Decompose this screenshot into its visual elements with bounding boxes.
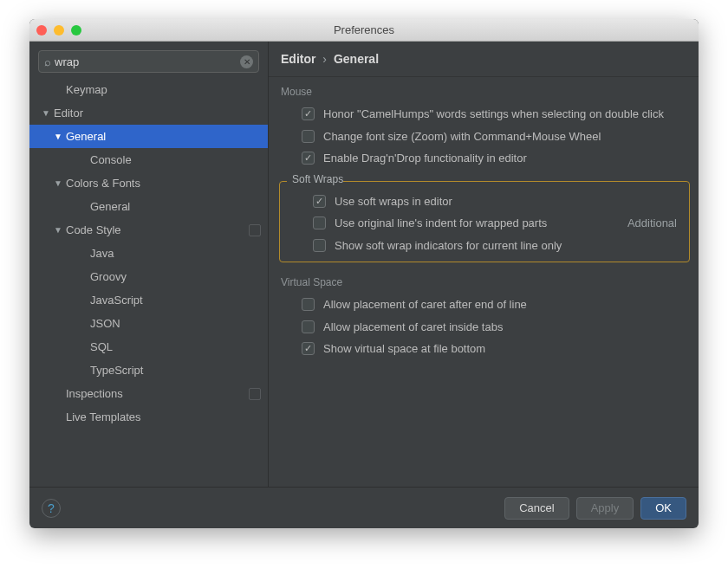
checkbox[interactable] (302, 342, 315, 355)
chevron-down-icon: ▼ (54, 132, 62, 141)
tree-node-label: Live Templates (66, 410, 140, 423)
tree-node-label: Code Style (66, 223, 121, 236)
tree-node[interactable]: Inspections (29, 382, 268, 405)
scheme-badge-icon (249, 224, 261, 236)
window-title: Preferences (29, 23, 699, 36)
tree-node[interactable]: SQL (29, 335, 268, 359)
option-label: Allow placement of caret after end of li… (323, 297, 527, 313)
option-label: Allow placement of caret inside tabs (323, 320, 503, 335)
close-icon[interactable] (36, 25, 47, 36)
chevron-down-icon: ▼ (54, 225, 62, 235)
chevron-down-icon: ▼ (54, 178, 62, 188)
checkbox[interactable] (302, 320, 315, 333)
tree-node-label: General (90, 200, 130, 213)
checkbox[interactable] (302, 130, 315, 143)
tree-node-label: Java (90, 247, 114, 260)
option-row[interactable]: Use original line's indent for wrapped p… (280, 212, 689, 235)
apply-button[interactable]: Apply (576, 497, 634, 520)
section-title: Soft Wraps (287, 173, 343, 191)
search-icon: ⌕ (44, 55, 51, 68)
checkbox[interactable] (302, 107, 315, 120)
tree-node[interactable]: TypeScript (29, 359, 268, 382)
option-row[interactable]: Allow placement of caret inside tabs (269, 316, 699, 339)
tree-node-label: JavaScript (90, 294, 143, 307)
tree-node-label: Colors & Fonts (66, 177, 140, 190)
option-row[interactable]: Use soft wraps in editor (280, 191, 689, 213)
section-title: Virtual Space (269, 268, 342, 294)
option-label: Change font size (Zoom) with Command+Mou… (323, 129, 601, 145)
preferences-window: Preferences ⌕ ✕ Keymap▼Editor▼GeneralCon… (29, 19, 699, 528)
option-row[interactable]: Change font size (Zoom) with Command+Mou… (269, 126, 699, 148)
search-field[interactable]: ⌕ ✕ (38, 50, 259, 73)
tree-node[interactable]: Keymap (29, 78, 268, 101)
option-row[interactable]: Show soft wrap indicators for current li… (280, 235, 689, 257)
option-extra: Additional (615, 216, 677, 231)
ok-button[interactable]: OK (640, 497, 686, 520)
cancel-button[interactable]: Cancel (504, 497, 569, 520)
option-label: Use original line's indent for wrapped p… (335, 216, 547, 231)
checkbox[interactable] (313, 195, 326, 208)
option-label: Show soft wrap indicators for current li… (335, 238, 562, 254)
checkbox[interactable] (313, 216, 326, 229)
settings-panel: Mouse Honor "CamelHumps" words settings … (269, 77, 699, 487)
clear-search-icon[interactable]: ✕ (240, 55, 253, 68)
tree-node[interactable]: General (29, 195, 268, 218)
tree-node[interactable]: ▼Editor (29, 101, 268, 125)
tree-node[interactable]: ▼General (29, 125, 268, 148)
tree-node-label: TypeScript (90, 364, 143, 377)
checkbox[interactable] (302, 152, 315, 165)
breadcrumb: Editor › General (269, 42, 699, 77)
tree-node[interactable]: ▼Colors & Fonts (29, 171, 268, 195)
tree-node-label: JSON (90, 317, 120, 330)
mouse-section: Mouse Honor "CamelHumps" words settings … (269, 77, 699, 170)
tree-node-label: Inspections (66, 387, 123, 400)
tree-node[interactable]: Groovy (29, 265, 268, 288)
section-title: Mouse (269, 77, 312, 103)
content-area: Editor › General Mouse Honor "CamelHumps… (269, 42, 699, 487)
tree-node-label: Keymap (66, 83, 107, 96)
tree-node[interactable]: Console (29, 148, 268, 171)
search-container: ⌕ ✕ (29, 42, 268, 78)
chevron-right-icon: › (322, 52, 327, 66)
tree-node-label: Groovy (90, 270, 127, 283)
tree-node[interactable]: Live Templates (29, 405, 268, 429)
option-row[interactable]: Allow placement of caret after end of li… (269, 294, 699, 316)
option-label: Honor "CamelHumps" words settings when s… (323, 107, 664, 122)
checkbox[interactable] (313, 239, 326, 252)
help-button[interactable]: ? (42, 499, 61, 518)
breadcrumb-part: Editor (281, 52, 315, 66)
chevron-down-icon: ▼ (42, 108, 50, 118)
checkbox[interactable] (302, 298, 315, 311)
minimize-icon[interactable] (54, 25, 64, 36)
settings-tree: Keymap▼Editor▼GeneralConsole▼Colors & Fo… (29, 78, 268, 487)
titlebar: Preferences (29, 19, 699, 42)
option-label: Show virtual space at file bottom (323, 341, 485, 357)
soft-wraps-section: Soft Wraps Use soft wraps in editorUse o… (279, 173, 690, 263)
window-controls (36, 25, 81, 36)
tree-node-label: SQL (90, 340, 113, 353)
option-label: Use soft wraps in editor (335, 194, 452, 210)
window-body: ⌕ ✕ Keymap▼Editor▼GeneralConsole▼Colors … (29, 42, 699, 487)
tree-node[interactable]: JavaScript (29, 288, 268, 312)
search-input[interactable] (55, 55, 240, 68)
tree-node[interactable]: Java (29, 242, 268, 265)
zoom-icon[interactable] (71, 25, 81, 36)
sidebar: ⌕ ✕ Keymap▼Editor▼GeneralConsole▼Colors … (29, 42, 269, 487)
tree-node[interactable]: JSON (29, 312, 268, 335)
tree-node-label: General (66, 130, 106, 143)
scheme-badge-icon (249, 388, 261, 400)
tree-node[interactable]: ▼Code Style (29, 218, 268, 242)
option-row[interactable]: Enable Drag'n'Drop functionality in edit… (269, 147, 699, 170)
option-label: Enable Drag'n'Drop functionality in edit… (323, 151, 527, 166)
option-row[interactable]: Show virtual space at file bottom (269, 338, 699, 360)
footer: ? Cancel Apply OK (29, 487, 699, 528)
tree-node-label: Console (90, 153, 132, 166)
tree-node-label: Editor (54, 107, 83, 120)
option-row[interactable]: Honor "CamelHumps" words settings when s… (269, 103, 699, 126)
breadcrumb-part: General (334, 52, 379, 66)
virtual-space-section: Virtual Space Allow placement of caret a… (269, 268, 699, 360)
